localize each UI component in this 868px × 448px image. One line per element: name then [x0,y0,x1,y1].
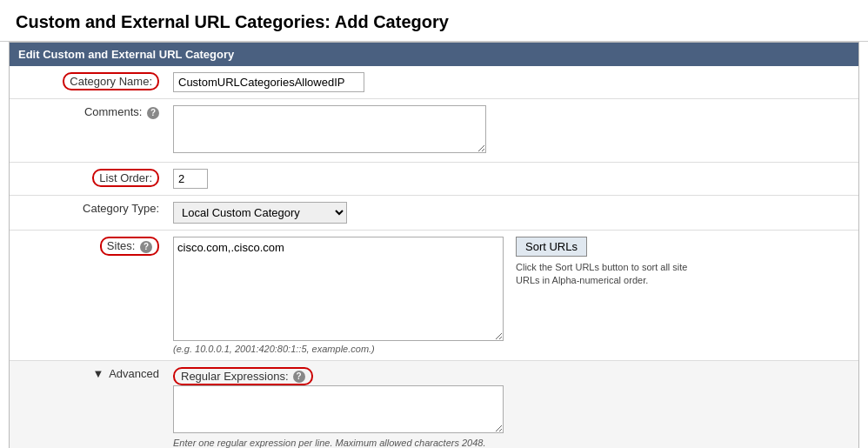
comments-row: Comments: ? [10,99,858,163]
comments-textarea[interactable] [173,105,486,153]
sites-content: cisco.com,.cisco.com (e.g. 10.0.0.1, 200… [173,237,851,354]
regex-help-icon[interactable]: ? [293,371,305,383]
category-type-select[interactable]: Local Custom Category External Live Feed… [173,202,347,224]
form-table: Category Name: Comments: ? [10,66,858,448]
list-order-row: List Order: [10,163,858,196]
triangle-icon: ▼ [92,367,103,380]
category-name-label: Category Name: [63,72,159,90]
category-name-row: Category Name: [10,66,858,99]
regex-section: Regular Expressions: ? Enter one regular… [173,367,851,448]
sort-urls-button[interactable]: Sort URLs [516,237,587,257]
sites-textarea[interactable]: cisco.com,.cisco.com [173,237,504,341]
advanced-toggle[interactable]: ▼ Advanced [92,367,159,380]
sites-hint: (e.g. 10.0.0.1, 2001:420:80:1::5, exampl… [173,344,504,354]
sites-row: Sites: ? cisco.com,.cisco.com (e.g. 10.0… [10,231,858,361]
list-order-label-cell: List Order: [10,163,166,196]
sites-label: Sites: ? [100,237,159,256]
advanced-content-cell: Regular Expressions: ? Enter one regular… [166,361,858,449]
list-order-label: List Order: [92,169,159,187]
page-wrapper: Custom and External URL Categories: Add … [0,0,868,448]
category-type-row: Category Type: Local Custom Category Ext… [10,196,858,231]
category-type-value-cell: Local Custom Category External Live Feed… [166,196,858,231]
comments-value-cell [166,99,858,163]
regex-hint: Enter one regular expression per line. M… [173,438,486,448]
sites-label-cell: Sites: ? [10,231,166,361]
advanced-row: ▼ Advanced Regular Expressions: ? Enter … [10,361,858,449]
list-order-input[interactable] [173,169,208,189]
sort-section: Sort URLs Click the Sort URLs button to … [516,237,690,288]
regex-label-highlighted: Regular Expressions: ? [173,367,313,385]
sites-left: cisco.com,.cisco.com (e.g. 10.0.0.1, 200… [173,237,504,354]
advanced-label-cell: ▼ Advanced [10,361,166,449]
sites-help-icon[interactable]: ? [140,241,152,253]
form-section: Edit Custom and External URL Category Ca… [9,42,859,448]
page-title: Custom and External URL Categories: Add … [0,0,868,42]
sites-value-cell: cisco.com,.cisco.com (e.g. 10.0.0.1, 200… [166,231,858,361]
regex-textarea[interactable] [173,385,504,433]
category-name-label-cell: Category Name: [10,66,166,99]
comments-help-icon[interactable]: ? [147,107,159,119]
category-name-value-cell [166,66,858,99]
list-order-value-cell [166,163,858,196]
category-name-input[interactable] [173,72,364,92]
category-type-label-cell: Category Type: [10,196,166,231]
sort-description: Click the Sort URLs button to sort all s… [516,261,690,288]
comments-label-cell: Comments: ? [10,99,166,163]
section-header: Edit Custom and External URL Category [10,43,858,66]
